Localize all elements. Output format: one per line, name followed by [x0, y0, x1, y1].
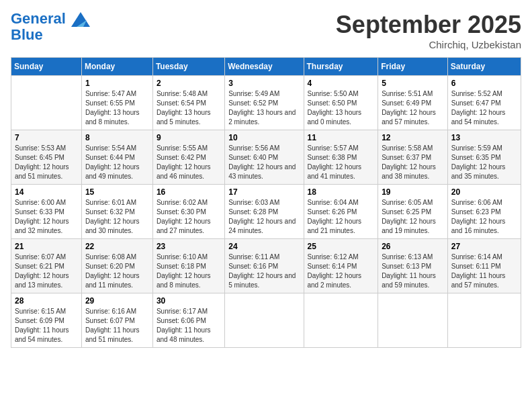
calendar-week-row: 14 Sunrise: 6:00 AM Sunset: 6:33 PM Dayl…	[11, 185, 521, 239]
day-info: Sunrise: 5:50 AM Sunset: 6:50 PM Dayligh…	[308, 89, 375, 127]
logo-icon	[71, 12, 90, 27]
sunrise-label: Sunrise: 5:54 AM	[85, 144, 136, 152]
day-info: Sunrise: 6:00 AM Sunset: 6:33 PM Dayligh…	[15, 198, 78, 236]
daylight-label: Daylight: 12 hours and 8 minutes.	[157, 272, 211, 289]
calendar-cell: 28 Sunrise: 6:15 AM Sunset: 6:09 PM Dayl…	[11, 293, 82, 348]
day-number: 12	[382, 133, 444, 142]
daylight-label: Daylight: 12 hours and 49 minutes.	[85, 163, 140, 180]
day-info: Sunrise: 6:01 AM Sunset: 6:32 PM Dayligh…	[85, 198, 149, 236]
sunrise-label: Sunrise: 6:16 AM	[85, 308, 136, 315]
calendar-cell: 24 Sunrise: 6:11 AM Sunset: 6:16 PM Dayl…	[225, 239, 304, 293]
day-info: Sunrise: 5:58 AM Sunset: 6:37 PM Dayligh…	[382, 144, 444, 181]
daylight-label: Daylight: 11 hours and 59 minutes.	[382, 272, 436, 289]
sunset-label: Sunset: 6:28 PM	[228, 208, 278, 216]
day-number: 13	[451, 133, 517, 142]
sunrise-label: Sunrise: 6:13 AM	[382, 253, 433, 261]
sunset-label: Sunset: 6:54 PM	[157, 99, 206, 107]
sunrise-label: Sunrise: 5:53 AM	[15, 144, 66, 152]
sunrise-label: Sunrise: 5:51 AM	[382, 90, 433, 97]
column-header-monday: Monday	[81, 58, 152, 76]
daylight-label: Daylight: 12 hours and 5 minutes.	[228, 272, 296, 289]
day-number: 4	[308, 79, 375, 88]
column-header-friday: Friday	[378, 58, 448, 76]
calendar-cell: 3 Sunrise: 5:49 AM Sunset: 6:52 PM Dayli…	[225, 76, 304, 130]
day-info: Sunrise: 6:08 AM Sunset: 6:20 PM Dayligh…	[85, 253, 149, 290]
day-number: 11	[308, 133, 375, 142]
day-info: Sunrise: 6:05 AM Sunset: 6:25 PM Dayligh…	[382, 198, 444, 236]
day-number: 16	[157, 187, 221, 197]
day-number: 1	[85, 79, 149, 88]
sunrise-label: Sunrise: 6:02 AM	[157, 199, 208, 206]
day-info: Sunrise: 5:51 AM Sunset: 6:49 PM Dayligh…	[382, 89, 444, 127]
column-header-tuesday: Tuesday	[152, 58, 224, 76]
day-number: 15	[85, 187, 149, 197]
day-number: 19	[382, 187, 444, 197]
sunrise-label: Sunrise: 6:12 AM	[308, 253, 359, 261]
sunrise-label: Sunrise: 6:05 AM	[382, 199, 433, 206]
day-info: Sunrise: 5:57 AM Sunset: 6:38 PM Dayligh…	[308, 144, 375, 181]
sunrise-label: Sunrise: 6:11 AM	[228, 253, 279, 261]
calendar-cell: 10 Sunrise: 5:56 AM Sunset: 6:40 PM Dayl…	[225, 130, 304, 185]
day-number: 27	[451, 242, 517, 251]
calendar-week-row: 28 Sunrise: 6:15 AM Sunset: 6:09 PM Dayl…	[11, 293, 521, 348]
sunset-label: Sunset: 6:45 PM	[15, 154, 64, 161]
day-info: Sunrise: 6:06 AM Sunset: 6:23 PM Dayligh…	[451, 198, 517, 236]
calendar-cell	[447, 293, 521, 348]
day-info: Sunrise: 6:14 AM Sunset: 6:11 PM Dayligh…	[451, 253, 517, 290]
calendar-cell: 1 Sunrise: 5:47 AM Sunset: 6:55 PM Dayli…	[81, 76, 152, 130]
sunset-label: Sunset: 6:32 PM	[85, 208, 135, 216]
sunrise-label: Sunrise: 6:14 AM	[451, 253, 502, 261]
daylight-label: Daylight: 12 hours and 11 minutes.	[85, 272, 140, 289]
daylight-label: Daylight: 11 hours and 57 minutes.	[451, 272, 506, 289]
sunset-label: Sunset: 6:23 PM	[451, 208, 501, 216]
sunset-label: Sunset: 6:07 PM	[85, 317, 135, 324]
daylight-label: Daylight: 13 hours and 2 minutes.	[228, 109, 296, 126]
sunrise-label: Sunrise: 5:48 AM	[157, 90, 208, 97]
day-info: Sunrise: 6:02 AM Sunset: 6:30 PM Dayligh…	[157, 198, 221, 236]
daylight-label: Daylight: 12 hours and 16 minutes.	[451, 218, 506, 234]
calendar-cell: 26 Sunrise: 6:13 AM Sunset: 6:13 PM Dayl…	[378, 239, 448, 293]
sunrise-label: Sunrise: 5:49 AM	[228, 90, 279, 97]
daylight-label: Daylight: 12 hours and 43 minutes.	[228, 163, 296, 180]
sunset-label: Sunset: 6:42 PM	[157, 154, 206, 161]
daylight-label: Daylight: 12 hours and 24 minutes.	[228, 218, 296, 234]
day-number: 6	[451, 79, 517, 88]
column-header-saturday: Saturday	[447, 58, 521, 76]
day-info: Sunrise: 6:15 AM Sunset: 6:09 PM Dayligh…	[15, 307, 78, 345]
sunrise-label: Sunrise: 5:57 AM	[308, 144, 359, 152]
sunset-label: Sunset: 6:13 PM	[382, 263, 431, 270]
calendar-cell: 23 Sunrise: 6:10 AM Sunset: 6:18 PM Dayl…	[152, 239, 224, 293]
calendar-cell: 2 Sunrise: 5:48 AM Sunset: 6:54 PM Dayli…	[152, 76, 224, 130]
daylight-label: Daylight: 12 hours and 32 minutes.	[15, 218, 69, 234]
day-number: 7	[15, 133, 78, 142]
sunset-label: Sunset: 6:44 PM	[85, 154, 135, 161]
daylight-label: Daylight: 12 hours and 35 minutes.	[451, 163, 506, 180]
calendar-cell: 5 Sunrise: 5:51 AM Sunset: 6:49 PM Dayli…	[378, 76, 448, 130]
sunrise-label: Sunrise: 5:58 AM	[382, 144, 433, 152]
daylight-label: Daylight: 12 hours and 54 minutes.	[451, 109, 506, 126]
calendar-cell: 9 Sunrise: 5:55 AM Sunset: 6:42 PM Dayli…	[152, 130, 224, 185]
day-info: Sunrise: 6:11 AM Sunset: 6:16 PM Dayligh…	[228, 253, 300, 290]
logo-blue: Blue	[11, 27, 90, 43]
column-header-sunday: Sunday	[11, 58, 82, 76]
title-block: September 2025 Chirchiq, Uzbekistan	[336, 11, 521, 50]
sunset-label: Sunset: 6:47 PM	[451, 99, 501, 107]
sunset-label: Sunset: 6:21 PM	[15, 263, 64, 270]
daylight-label: Daylight: 12 hours and 30 minutes.	[85, 218, 140, 234]
day-number: 5	[382, 79, 444, 88]
sunrise-label: Sunrise: 6:01 AM	[85, 199, 136, 206]
day-number: 18	[308, 187, 375, 197]
calendar-cell: 29 Sunrise: 6:16 AM Sunset: 6:07 PM Dayl…	[81, 293, 152, 348]
day-info: Sunrise: 5:59 AM Sunset: 6:35 PM Dayligh…	[451, 144, 517, 181]
day-info: Sunrise: 6:07 AM Sunset: 6:21 PM Dayligh…	[15, 253, 78, 290]
sunrise-label: Sunrise: 6:03 AM	[228, 199, 279, 206]
day-info: Sunrise: 5:52 AM Sunset: 6:47 PM Dayligh…	[451, 89, 517, 127]
sunrise-label: Sunrise: 5:56 AM	[228, 144, 279, 152]
sunrise-label: Sunrise: 6:06 AM	[451, 199, 502, 206]
calendar-cell: 27 Sunrise: 6:14 AM Sunset: 6:11 PM Dayl…	[447, 239, 521, 293]
sunrise-label: Sunrise: 6:15 AM	[15, 308, 66, 315]
calendar-cell: 20 Sunrise: 6:06 AM Sunset: 6:23 PM Dayl…	[447, 185, 521, 239]
day-number: 30	[157, 296, 221, 306]
daylight-label: Daylight: 12 hours and 19 minutes.	[382, 218, 436, 234]
sunset-label: Sunset: 6:16 PM	[228, 263, 278, 270]
